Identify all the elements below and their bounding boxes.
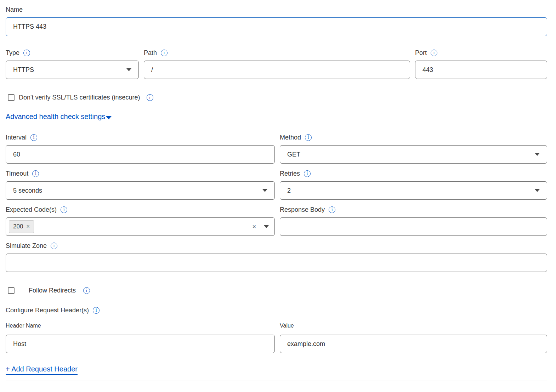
follow-redirects-info-icon[interactable]: i [83,287,90,294]
request-headers-section: Configure Request Header(s) i [6,306,547,315]
path-field: Path i [144,48,410,79]
caret-down-icon [535,153,540,156]
path-label: Path [144,49,157,57]
add-request-header-link[interactable]: + Add Request Header [6,365,78,375]
timeout-label: Timeout [6,170,28,177]
method-select[interactable]: GET [280,145,547,164]
timeout-select-value: 5 seconds [13,187,42,194]
response-body-input[interactable] [280,217,547,236]
retries-select-value: 2 [287,187,291,194]
advanced-settings-link[interactable]: Advanced health check settings [6,113,112,122]
path-info-icon[interactable]: i [161,50,168,56]
expected-code-tag-value: 200 [13,223,23,230]
simulate-zone-info-icon[interactable]: i [51,243,57,249]
request-headers-label: Configure Request Header(s) [6,307,89,314]
method-label: Method [280,134,301,141]
port-input[interactable] [415,61,547,79]
expected-codes-multiselect[interactable]: 200 × × [6,217,275,236]
retries-info-icon[interactable]: i [304,170,311,177]
port-info-icon[interactable]: i [431,50,437,56]
follow-redirects-checkbox[interactable] [8,287,15,294]
ssl-verify-row: Don't verify SSL/TLS certificates (insec… [6,94,547,101]
timeout-select[interactable]: 5 seconds [6,181,275,200]
interval-input[interactable] [6,145,275,164]
method-select-value: GET [287,151,300,158]
request-headers-info-icon[interactable]: i [93,307,100,314]
simulate-zone-input[interactable] [6,254,547,272]
timeout-field: Timeout i 5 seconds [6,169,275,200]
caret-down-icon [106,116,112,119]
header-name-input[interactable] [6,335,275,353]
simulate-zone-field: Simulate Zone i [6,241,547,272]
expected-codes-info-icon[interactable]: i [61,206,67,213]
type-field: Type i HTTPS [6,48,139,79]
type-select[interactable]: HTTPS [6,61,139,79]
retries-select[interactable]: 2 [280,181,547,200]
expected-codes-field: Expected Code(s) i 200 × × [6,205,275,236]
caret-down-icon [262,189,267,192]
section-divider [6,381,547,381]
name-field: Name [6,5,547,36]
path-input[interactable] [144,61,410,79]
interval-info-icon[interactable]: i [30,134,37,141]
retries-field: Retries i 2 [280,169,547,200]
remove-tag-icon[interactable]: × [26,224,29,229]
header-name-label: Header Name [6,323,41,329]
simulate-zone-label: Simulate Zone [6,242,47,250]
advanced-settings-link-text: Advanced health check settings [6,113,105,122]
method-field: Method i GET [280,133,547,164]
follow-redirects-row: Follow Redirects i [6,287,547,294]
interval-field: Interval i [6,133,275,164]
type-label: Type [6,49,19,57]
header-value-field: Value [280,321,547,353]
interval-label: Interval [6,134,27,141]
caret-down-icon [535,189,540,192]
health-check-form: Name Type i HTTPS Path i Port i [0,0,556,392]
header-value-label: Value [280,323,294,329]
header-value-input[interactable] [280,335,547,353]
response-body-info-icon[interactable]: i [329,206,335,213]
port-label: Port [415,49,427,57]
retries-label: Retries [280,170,300,177]
caret-down-icon [126,68,131,71]
request-header-row: Header Name Value [6,321,547,353]
ssl-verify-label: Don't verify SSL/TLS certificates (insec… [19,94,140,101]
ssl-verify-checkbox[interactable] [8,94,15,101]
type-info-icon[interactable]: i [23,50,30,56]
header-name-field: Header Name [6,321,275,353]
follow-redirects-label: Follow Redirects [29,287,76,294]
type-select-value: HTTPS [13,66,34,74]
ssl-verify-info-icon[interactable]: i [147,94,153,101]
method-info-icon[interactable]: i [305,134,312,141]
expected-codes-label: Expected Code(s) [6,206,57,214]
expected-code-tag: 200 × [9,220,34,233]
response-body-label: Response Body [280,206,325,214]
clear-icon[interactable]: × [252,223,256,230]
timeout-info-icon[interactable]: i [32,170,39,177]
response-body-field: Response Body i [280,205,547,236]
name-label: Name [6,6,23,13]
name-input[interactable] [6,17,547,36]
caret-down-icon[interactable] [264,225,269,228]
port-field: Port i [415,48,547,79]
